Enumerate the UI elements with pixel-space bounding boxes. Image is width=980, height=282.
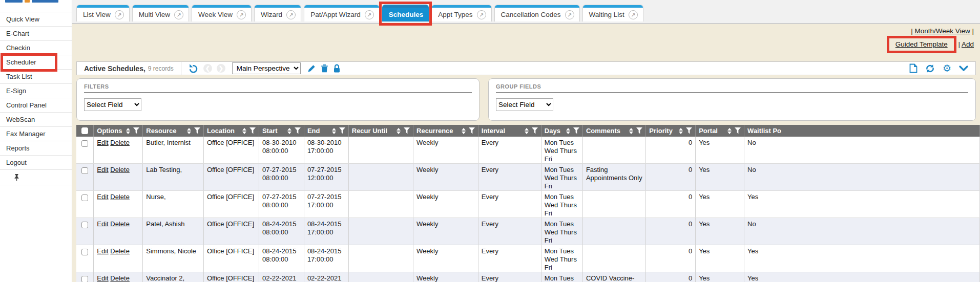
column-header-interval[interactable]: Interval xyxy=(478,125,541,137)
gear-icon[interactable]: ⚙ xyxy=(943,64,951,73)
sidebar-item-webscan[interactable]: WebScan xyxy=(0,113,72,127)
edit-link[interactable]: Edit xyxy=(97,166,108,173)
column-header-portal[interactable]: Portal xyxy=(696,125,744,137)
column-header-start[interactable]: Start xyxy=(259,125,304,137)
sort-icon[interactable] xyxy=(332,128,336,134)
external-link-icon[interactable]: ↗ xyxy=(174,10,183,19)
sidebar-item-reports[interactable]: Reports xyxy=(0,141,72,156)
sidebar-item-task-list[interactable]: Task List xyxy=(0,70,72,84)
sort-icon[interactable] xyxy=(566,128,570,134)
external-link-icon[interactable]: ↗ xyxy=(115,10,124,19)
sort-icon[interactable] xyxy=(727,128,732,134)
filter-funnel-icon[interactable] xyxy=(686,127,692,134)
column-header-resource[interactable]: Resource xyxy=(143,125,204,137)
delete-link[interactable]: Delete xyxy=(110,247,130,255)
filter-funnel-icon[interactable] xyxy=(404,127,410,134)
tab-wizard[interactable]: Wizard↗ xyxy=(254,5,301,21)
filter-funnel-icon[interactable] xyxy=(469,127,475,134)
row-checkbox[interactable] xyxy=(81,167,88,174)
prev-icon[interactable]: ❮ xyxy=(203,64,212,73)
sidebar-item-e-sign[interactable]: E-Sign xyxy=(0,84,72,98)
sort-icon[interactable] xyxy=(242,128,246,134)
sidebar-item-e-chart[interactable]: E-Chart xyxy=(0,27,72,41)
filter-funnel-icon[interactable] xyxy=(573,127,579,134)
external-link-icon[interactable]: ↗ xyxy=(365,10,374,19)
next-icon[interactable]: ❯ xyxy=(217,64,225,73)
refresh-icon[interactable] xyxy=(925,64,935,73)
filter-funnel-icon[interactable] xyxy=(295,127,301,134)
row-checkbox[interactable] xyxy=(81,222,88,228)
row-checkbox[interactable] xyxy=(81,140,88,147)
edit-link[interactable]: Edit xyxy=(97,193,108,201)
month-week-view-link[interactable]: Month/Week View xyxy=(914,27,970,35)
edit-link[interactable]: Edit xyxy=(97,274,108,282)
filter-funnel-icon[interactable] xyxy=(532,127,538,134)
add-link[interactable]: Add xyxy=(962,40,974,48)
filter-funnel-icon[interactable] xyxy=(735,127,741,134)
lock-icon[interactable] xyxy=(333,64,341,73)
pushpin-icon[interactable] xyxy=(13,173,20,181)
edit-link[interactable]: Edit xyxy=(97,139,108,146)
column-header-days[interactable]: Days xyxy=(541,125,582,137)
tab-week-view[interactable]: Week View↗ xyxy=(192,5,252,21)
sort-icon[interactable] xyxy=(126,128,130,134)
filter-funnel-icon[interactable] xyxy=(194,127,200,134)
tab-appt-types[interactable]: Appt Types↗ xyxy=(431,5,491,21)
chevron-down-icon[interactable] xyxy=(959,66,968,72)
filters-field-select[interactable]: Select Field xyxy=(84,98,141,111)
external-link-icon[interactable]: ↗ xyxy=(237,10,246,19)
row-checkbox[interactable] xyxy=(81,194,88,201)
external-link-icon[interactable]: ↗ xyxy=(286,10,296,19)
sidebar-item-control-panel[interactable]: Control Panel xyxy=(0,98,72,113)
filter-funnel-icon[interactable] xyxy=(133,127,139,134)
external-link-icon[interactable]: ↗ xyxy=(565,10,574,19)
sidebar-item-scheduler[interactable]: Scheduler xyxy=(0,55,72,70)
edit-link[interactable]: Edit xyxy=(97,247,108,255)
tab-multi-view[interactable]: Multi View↗ xyxy=(132,5,189,21)
sidebar-item-logout[interactable]: Logout xyxy=(0,156,72,170)
sidebar-item-fax-manager[interactable]: Fax Manager xyxy=(0,127,72,141)
sort-icon[interactable] xyxy=(525,128,529,134)
column-header-recur-until[interactable]: Recur Until xyxy=(348,125,413,137)
column-header-priority[interactable]: Priority xyxy=(646,125,696,137)
delete-link[interactable]: Delete xyxy=(110,166,130,173)
guided-template-link[interactable]: Guided Template xyxy=(895,40,948,48)
tab-cancellation-codes[interactable]: Cancellation Codes↗ xyxy=(494,5,580,21)
edit-link[interactable]: Edit xyxy=(97,220,108,228)
pencil-icon[interactable] xyxy=(307,64,316,73)
sort-icon[interactable] xyxy=(462,128,466,134)
delete-link[interactable]: Delete xyxy=(110,193,130,201)
select-all-checkbox[interactable] xyxy=(81,127,88,134)
sort-icon[interactable] xyxy=(187,128,191,134)
group-fields-select[interactable]: Select Field xyxy=(496,98,553,111)
perspective-select[interactable]: Main Perspective xyxy=(232,62,301,74)
trash-icon[interactable] xyxy=(321,64,328,73)
filter-funnel-icon[interactable] xyxy=(636,127,642,134)
column-header-location[interactable]: Location xyxy=(203,125,259,137)
new-document-icon[interactable] xyxy=(909,63,918,73)
sidebar-item-quick-view[interactable]: Quick View xyxy=(0,12,72,27)
sort-icon[interactable] xyxy=(287,128,291,134)
column-header-comments[interactable]: Comments xyxy=(582,125,645,137)
tab-list-view[interactable]: List View↗ xyxy=(76,5,130,21)
column-header-options[interactable]: Options xyxy=(94,125,143,137)
filter-funnel-icon[interactable] xyxy=(339,127,345,134)
external-link-icon[interactable]: ↗ xyxy=(477,10,486,19)
column-header-end[interactable]: End xyxy=(304,125,348,137)
sort-icon[interactable] xyxy=(679,128,683,134)
tab-waiting-list[interactable]: Waiting List↗ xyxy=(582,5,643,21)
external-link-icon[interactable]: ↗ xyxy=(629,10,638,19)
sidebar-item-checkin[interactable]: Checkin xyxy=(0,41,72,55)
sort-icon[interactable] xyxy=(397,128,401,134)
tab-schedules[interactable]: Schedules xyxy=(382,5,429,21)
delete-link[interactable]: Delete xyxy=(110,139,130,146)
tab-pat-appt-wizard[interactable]: Pat/Appt Wizard↗ xyxy=(304,5,380,21)
delete-link[interactable]: Delete xyxy=(110,274,130,282)
row-checkbox[interactable] xyxy=(81,249,88,255)
filter-funnel-icon[interactable] xyxy=(249,127,256,134)
column-header-recurrence[interactable]: Recurrence xyxy=(413,125,478,137)
column-header-waitlist-po[interactable]: Waitlist Po xyxy=(744,125,980,137)
sort-icon[interactable] xyxy=(629,128,633,134)
delete-link[interactable]: Delete xyxy=(110,220,130,228)
row-checkbox[interactable] xyxy=(81,276,88,282)
